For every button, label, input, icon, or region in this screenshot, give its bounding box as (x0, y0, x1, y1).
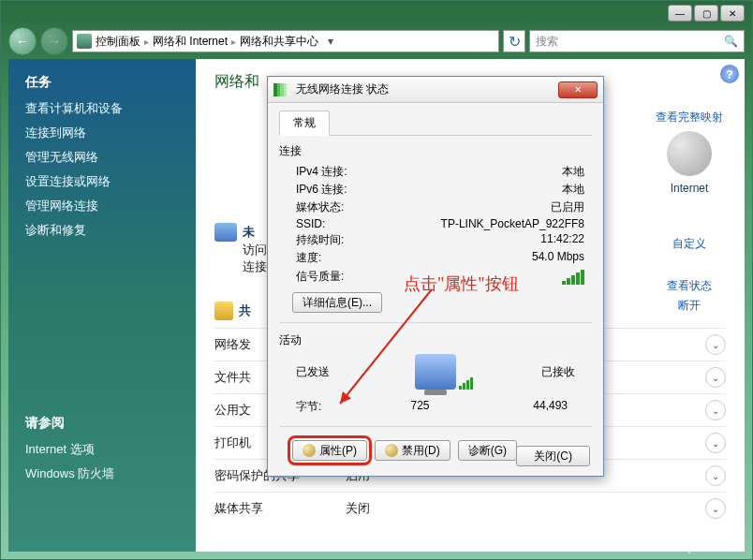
chevron-down-icon[interactable]: ⌄ (705, 465, 726, 486)
signal-label: 信号质量: (296, 269, 344, 285)
properties-button[interactable]: 属性(P) (292, 440, 367, 461)
address-dropdown[interactable]: ▾ (322, 35, 339, 48)
bytes-sent-value: 725 (371, 399, 469, 415)
search-placeholder: 搜索 (536, 34, 558, 50)
search-icon: 🔍 (724, 35, 738, 48)
tab-strip: 常规 (279, 111, 592, 136)
see-also-firewall[interactable]: Windows 防火墙 (25, 465, 179, 482)
breadcrumb-0[interactable]: 控制面板 (96, 34, 140, 50)
nav-back-button[interactable]: ← (8, 27, 37, 55)
unknown-network-label: 未 (243, 224, 255, 241)
annotation-text: 点击"属性"按钮 (404, 273, 519, 295)
shield-icon (385, 444, 398, 457)
share-row-value: 关闭 (346, 500, 705, 517)
speed-label: 速度: (296, 250, 408, 266)
dialog-close-button[interactable]: ✕ (558, 81, 598, 98)
maximize-button[interactable]: ▢ (694, 5, 718, 22)
dialog-title-text: 无线网络连接 状态 (296, 81, 389, 97)
watermark-line2: LUYOUQI520.COM (647, 543, 743, 553)
breadcrumb-1[interactable]: 网络和 Internet (153, 34, 228, 50)
breadcrumb-2[interactable]: 网络和共享中心 (240, 34, 318, 50)
tasks-heading: 任务 (25, 74, 179, 91)
sent-label: 已发送 (296, 364, 330, 380)
close-window-button[interactable]: ✕ (720, 5, 745, 22)
disable-button[interactable]: 禁用(D) (375, 440, 450, 461)
media-label: 媒体状态: (296, 199, 408, 215)
speed-value: 54.0 Mbps (408, 250, 592, 266)
task-setup-connection[interactable]: 设置连接或网络 (25, 173, 179, 190)
breadcrumb-sep: ▸ (144, 37, 149, 47)
ipv6-value: 本地 (408, 182, 592, 198)
sharing-folder-icon (214, 302, 233, 320)
internet-globe-icon (667, 131, 712, 176)
chevron-down-icon[interactable]: ⌄ (705, 498, 726, 519)
window-controls: — ▢ ✕ (668, 5, 745, 22)
task-manage-wireless[interactable]: 管理无线网络 (25, 149, 179, 166)
bytes-recv-value: 44,493 (469, 399, 575, 415)
ipv6-label: IPv6 连接: (296, 182, 408, 198)
details-button[interactable]: 详细信息(E)... (292, 292, 382, 313)
tab-general[interactable]: 常规 (279, 111, 330, 136)
internet-label: Internet (647, 182, 731, 195)
minimize-button[interactable]: — (668, 5, 692, 22)
activity-computer-icon (415, 354, 456, 390)
address-bar[interactable]: 控制面板 ▸ 网络和 Internet ▸ 网络和共享中心 ▾ (72, 30, 499, 52)
close-button[interactable]: 关闭(C) (516, 446, 590, 466)
task-view-devices[interactable]: 查看计算机和设备 (25, 100, 179, 117)
help-icon[interactable]: ? (720, 65, 739, 83)
ssid-value: TP-LINK_PocketAP_922FF8 (408, 217, 592, 230)
ipv4-value: 本地 (408, 164, 592, 180)
activity-signal-icon (459, 376, 473, 390)
duration-label: 持续时间: (296, 232, 408, 248)
task-diagnose[interactable]: 诊断和修复 (25, 222, 179, 239)
search-box[interactable]: 搜索 🔍 (529, 30, 745, 52)
received-label: 已接收 (541, 364, 575, 380)
dialog-titlebar[interactable]: 无线网络连接 状态 ✕ (268, 77, 603, 103)
watermark-line1: 路由器之家 (647, 521, 743, 543)
media-value: 已启用 (408, 199, 592, 215)
computer-icon (214, 223, 237, 242)
task-connect-network[interactable]: 连接到网络 (25, 125, 179, 141)
chevron-down-icon[interactable]: ⌄ (705, 334, 726, 355)
see-also-heading: 请参阅 (25, 415, 179, 432)
bytes-label: 字节: (296, 399, 371, 415)
share-row-5: 媒体共享关闭⌄ (214, 492, 726, 524)
control-panel-icon (77, 34, 92, 49)
watermark: 路由器之家 LUYOUQI520.COM (647, 521, 743, 553)
main-window: — ▢ ✕ ← → 控制面板 ▸ 网络和 Internet ▸ 网络和共享中心 … (0, 0, 753, 560)
duration-value: 11:42:22 (408, 232, 592, 248)
view-full-map-link[interactable]: 查看完整映射 (647, 110, 731, 125)
connection-section-title: 连接 (279, 143, 592, 159)
signal-bars-icon (562, 270, 584, 285)
share-row-label: 媒体共享 (214, 500, 346, 517)
customize-link[interactable]: 自定义 (647, 236, 731, 252)
right-pane: 查看完整映射 Internet 自定义 查看状态 断开 (647, 106, 731, 317)
shield-icon (303, 444, 316, 457)
sidebar: 任务 查看计算机和设备 连接到网络 管理无线网络 设置连接或网络 管理网络连接 … (8, 59, 196, 552)
ssid-label: SSID: (296, 217, 408, 230)
task-manage-connections[interactable]: 管理网络连接 (25, 198, 179, 214)
chevron-down-icon[interactable]: ⌄ (705, 400, 726, 420)
wireless-signal-icon (273, 83, 290, 96)
nav-bar: ← → 控制面板 ▸ 网络和 Internet ▸ 网络和共享中心 ▾ ↻ 搜索… (8, 27, 745, 55)
diagnose-button[interactable]: 诊断(G) (458, 440, 517, 461)
breadcrumb-sep: ▸ (231, 37, 236, 47)
disconnect-link[interactable]: 断开 (647, 298, 731, 314)
chevron-down-icon[interactable]: ⌄ (705, 433, 726, 453)
refresh-button[interactable]: ↻ (503, 30, 525, 52)
activity-section-title: 活动 (279, 332, 592, 348)
sharing-header: 共 (239, 302, 251, 319)
nav-forward-button[interactable]: → (40, 27, 68, 55)
ipv4-label: IPv4 连接: (296, 164, 408, 180)
view-status-link[interactable]: 查看状态 (647, 278, 731, 294)
see-also-internet-options[interactable]: Internet 选项 (25, 441, 179, 458)
chevron-down-icon[interactable]: ⌄ (705, 367, 726, 388)
